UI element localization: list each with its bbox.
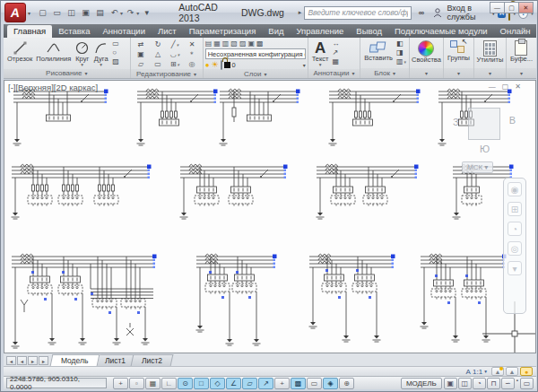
tab-Подключаемые модули[interactable]: Подключаемые модули [388,25,494,38]
array-tool[interactable]: ⊞▾ [167,59,184,69]
steering-wheel-icon[interactable]: ◔ [473,378,486,389]
layer-states-combo[interactable]: Несохраненная конфигурация сло ▾ [205,48,306,59]
otrack-toggle[interactable]: ∠ [226,378,241,389]
block-attrs-tool[interactable]: ◨ [396,48,406,57]
osnap-3d-toggle[interactable]: ◇ [210,378,225,389]
annotation-autoscale-icon[interactable]: ▲ [506,367,518,376]
hatch-tool[interactable]: ▨ [112,57,119,65]
table-tool[interactable]: ▦ [333,57,340,65]
layout-nav-1-icon[interactable]: ◂ [17,356,27,365]
layer-match-icon[interactable]: ▩ [256,39,264,48]
selection-cycling-toggle[interactable]: ◈ [323,378,338,389]
status-menu-icon[interactable]: ▪ [516,378,519,389]
close-button[interactable]: ✕ [518,2,534,13]
osnap-toggle[interactable]: □ [194,378,209,389]
layout-tab-Лист2[interactable]: Лист2 [130,354,173,366]
qat-save-icon[interactable]: ◫ [65,6,78,20]
qat-save-as-icon[interactable]: ▣ [79,6,92,20]
user-icon[interactable] [430,6,444,20]
qat-qat-overflow-icon[interactable]: ▾ [140,6,153,20]
navigation-wheel-icon[interactable]: ◉ [508,182,522,196]
lamp-icon[interactable]: ● [520,367,533,376]
layout-nav-0-icon[interactable]: ◂ [6,356,16,365]
mirror-tool[interactable]: △ [150,49,167,59]
tab-Параметризация[interactable]: Параметризация [183,25,263,38]
viewcube-wcs-menu[interactable]: МСК ▾ [462,161,493,173]
clean-screen-icon[interactable]: ▭ [520,378,534,389]
doc-restore-icon[interactable]: ▢ [502,83,509,91]
coordinates-readout[interactable]: 2248.5786, 905.0310, 0.0000 [6,378,107,388]
annotation-visibility-icon[interactable]: ▲ [491,367,504,376]
scale-tool[interactable]: ▭ [150,59,167,69]
tab-Онлайн[interactable]: Онлайн [494,25,537,38]
viewport-controls-label[interactable]: [-][Верхняя][2D каркас] [8,83,98,92]
tab-Вывод[interactable]: Вывод [350,25,388,38]
ellipse-tool[interactable]: ○ [112,48,119,57]
navbar-menu-icon[interactable]: ▾ [508,261,522,275]
panel-clipboard-title[interactable]: ▾ [507,68,536,78]
block-edit-tool[interactable]: ◧ [396,39,406,48]
ortho-toggle[interactable]: ∟ [161,378,177,389]
viewcube-west-label[interactable]: З [453,117,459,127]
layout-nav-2-icon[interactable]: ▸ [28,356,38,365]
navigation-bar[interactable]: ◉⊞◔◎▾ [503,178,526,314]
layer-lock-icon[interactable]: ▣ [247,39,255,48]
erase-tool[interactable]: ✕ [184,39,201,49]
panel-draw-title[interactable]: Рисование▾ [4,69,130,78]
tab-Аннотации[interactable]: Аннотации [96,25,152,38]
snap-toggle[interactable]: ▫ [129,378,144,389]
tab-Вид[interactable]: Вид [262,25,290,38]
layout-nav-3-icon[interactable]: ▸ [39,356,48,365]
viewcube[interactable]: З В Ю МСК ▾ [453,95,516,178]
qat-undo-caret-icon[interactable]: ▾ [120,10,123,16]
qat-undo-icon[interactable]: ↶ [108,6,121,20]
rotate-tool[interactable]: ↻ [150,39,167,49]
pan-icon[interactable]: ⊞ [508,202,522,216]
dynamic-input-toggle[interactable]: ↗ [258,378,273,389]
infocenter-expand-icon[interactable]: ▸ [299,9,302,16]
viewcube-south-label[interactable]: Ю [480,144,490,154]
clipboard-button[interactable]: Буфе... [508,39,534,64]
quick-view-layouts-icon[interactable]: ▣ [444,378,457,389]
arc-tool[interactable]: Дуга ▾ [91,39,110,69]
qat-new-icon[interactable]: ▢ [36,6,49,20]
layer-properties-icon[interactable]: ▤ [205,39,213,48]
infer-constraints-toggle[interactable]: + [113,378,128,389]
grid-toggle[interactable]: ▦ [145,378,161,389]
layout-tab-Модель[interactable]: Модель [50,354,100,366]
drawing-area[interactable]: [-][Верхняя][2D каркас] — ▢ ✕ З В Ю МСК … [4,80,536,353]
qat-redo-icon[interactable]: ↷ [124,6,137,20]
tab-Главная[interactable]: Главная [7,25,52,38]
properties-button[interactable]: Свойства [410,39,443,65]
insert-block-tool[interactable]: Вставить [362,39,395,63]
tab-Вставка[interactable]: Вставка [52,25,96,38]
utilities-button[interactable]: Утилиты [475,39,506,65]
panel-utilities-title[interactable]: ▾ [474,68,506,78]
qat-plot-icon[interactable]: ▤ [93,6,107,20]
doc-minimize-icon[interactable]: — [489,83,496,91]
fillet-tool[interactable]: ◡▾ [167,49,184,59]
layer-states-icon[interactable]: ▦ [213,39,221,48]
move-tool[interactable]: ⇄ [133,39,150,49]
copy-tool[interactable]: ▣ [133,49,150,59]
line-tool[interactable]: Отрезок [5,39,34,64]
lineweight-toggle[interactable]: + [274,378,290,389]
restore-button[interactable]: ▢ [504,2,519,13]
explode-tool[interactable]: ＊ [184,49,201,59]
leader-tool[interactable]: ↗ [333,48,340,57]
tab-Управление[interactable]: Управление [290,25,350,38]
trim-tool[interactable]: ╱▾ [167,39,184,49]
tab-Лист[interactable]: Лист [152,25,183,38]
stretch-tool[interactable]: ▱ [133,59,150,69]
layer-isolate-icon[interactable]: ▥ [222,39,230,48]
zoom-icon[interactable]: ◔ [508,222,522,236]
search-input[interactable] [304,6,412,20]
application-menu-button[interactable]: A [4,3,26,22]
search-binoculars-icon[interactable]: ∞ [414,6,428,20]
panel-groups-title[interactable]: ▾ [444,68,473,78]
doc-close-icon[interactable]: ✕ [515,83,521,91]
layer-freeze-icon[interactable]: ▧ [230,39,238,48]
offset-tool[interactable]: ◎ [184,59,201,69]
model-paper-toggle[interactable]: МОДЕЛЬ [401,378,442,389]
rectangle-tool[interactable]: ▭ [112,39,119,48]
